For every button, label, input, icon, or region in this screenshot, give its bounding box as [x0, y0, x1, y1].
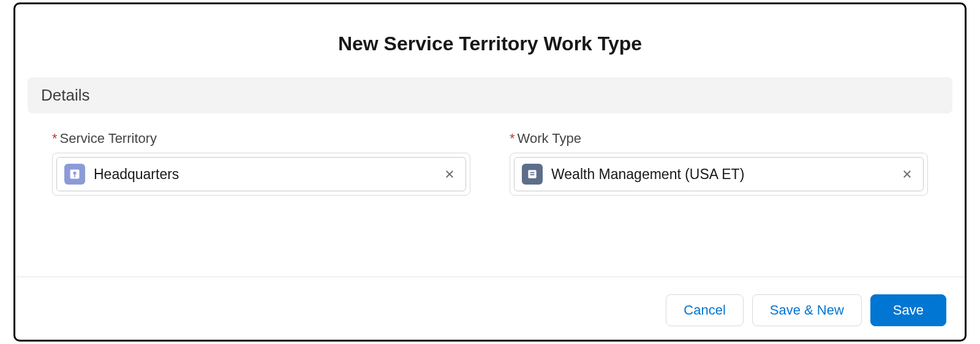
section-header-label: Details: [41, 86, 89, 104]
service-territory-field: *Service Territory Headquarters: [52, 131, 470, 196]
work-type-label: *Work Type: [510, 131, 928, 147]
svg-rect-6: [530, 174, 535, 175]
modal-title: New Service Territory Work Type: [15, 4, 965, 77]
service-territory-icon: [64, 164, 85, 185]
work-type-value: Wealth Management (USA ET): [551, 166, 899, 183]
required-asterisk: *: [52, 131, 58, 146]
svg-rect-5: [530, 172, 535, 174]
service-territory-value: Headquarters: [94, 166, 441, 183]
save-and-new-button[interactable]: Save & New: [752, 294, 862, 326]
clear-work-type-button[interactable]: [899, 166, 916, 183]
new-service-territory-work-type-modal: New Service Territory Work Type Details …: [13, 2, 967, 342]
work-type-icon: [522, 164, 543, 185]
service-territory-pill: Headquarters: [56, 157, 466, 191]
clear-service-territory-button[interactable]: [441, 166, 458, 183]
work-type-label-text: Work Type: [518, 131, 581, 146]
service-territory-label: *Service Territory: [52, 131, 470, 147]
cancel-button[interactable]: Cancel: [666, 294, 743, 326]
form-row: *Service Territory Headquarters *Work Ty…: [15, 113, 965, 196]
modal-footer: Cancel Save & New Save: [15, 277, 965, 340]
svg-point-1: [74, 172, 77, 175]
required-asterisk: *: [510, 131, 515, 146]
service-territory-label-text: Service Territory: [60, 131, 157, 146]
work-type-lookup[interactable]: Wealth Management (USA ET): [510, 153, 928, 196]
details-section-header: Details: [28, 77, 952, 113]
work-type-field: *Work Type Wealth Management (USA ET): [510, 131, 928, 196]
save-button[interactable]: Save: [870, 294, 946, 326]
work-type-pill: Wealth Management (USA ET): [514, 157, 924, 191]
service-territory-lookup[interactable]: Headquarters: [52, 153, 470, 196]
